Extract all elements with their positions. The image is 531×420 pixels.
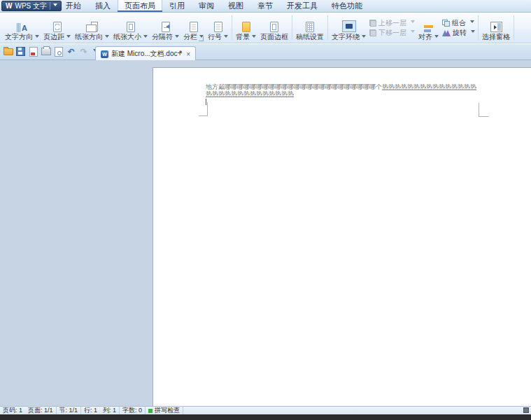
undo-icon: ↶ [67,48,74,56]
text-direction-icon: A [17,18,27,32]
line-numbers-icon [214,18,222,32]
send-backward-icon [369,29,376,36]
document-tab-title: 新建 Micro...文档.doc * [111,49,182,59]
pdf-icon [29,47,38,57]
new-tab-button[interactable]: + [174,47,185,58]
redo-icon: ↷ [80,48,87,56]
save-button[interactable] [15,46,26,57]
menu-tab-home[interactable]: 开始 [59,0,88,12]
wps-logo-icon: W [6,3,12,10]
save-icon [16,47,25,56]
quick-access-toolbar: ↶ ↷ [3,46,97,57]
export-pdf-button[interactable] [28,46,38,57]
wps-menu-button[interactable]: W WPS 文字 [1,1,62,11]
bring-forward-button[interactable]: 上移一层 [369,20,415,27]
ribbon-separator [292,15,292,40]
menu-tab-strip: 开始 插入 页面布局 引用 审阅 视图 章节 开发工具 特色功能 [59,0,369,12]
menu-tab-review[interactable]: 审阅 [192,0,221,12]
print-button[interactable] [41,46,51,57]
align-icon [424,18,433,32]
status-section[interactable]: 节: 1/1 [57,407,82,414]
align-button[interactable]: 对齐 [416,13,441,43]
margin-mark-left-vertical [207,102,208,116]
margins-button[interactable]: 页边距 [41,13,73,43]
bring-forward-icon [369,20,376,27]
rotate-icon [442,29,451,36]
document-tab-bar: ↶ ↷ W 新建 Micro...文档.doc * × + [0,44,531,60]
document-text: 地方戴哪哪哪哪哪哪哪哪哪哪哪哪哪哪哪哪哪哪哪哪哪哪哪哪个热热热热热热热热热热热热… [206,83,486,97]
breaks-icon [162,18,170,32]
ribbon: A 文字方向 页边距 纸张方向 纸张大小 分隔符 分栏 行号 背景 页面边框 [0,13,531,43]
status-page-group[interactable]: 页码: 1 页面: 1/1 [0,407,57,414]
menu-tab-special-features[interactable]: 特色功能 [325,0,369,12]
status-spellcheck[interactable]: 拼写检查 [146,407,183,414]
text-line-1: 地方戴哪哪哪哪哪哪哪哪哪哪哪哪哪哪哪哪哪哪哪哪哪哪哪哪个热热热热热热热热热热热热… [206,83,486,90]
text-wrap-icon [342,18,356,32]
layer-buttons-column: 上移一层 下移一层 [368,13,416,43]
ribbon-separator [327,15,328,40]
columns-icon [190,18,198,32]
background-icon [242,18,250,32]
open-button[interactable] [3,46,13,57]
text-wrap-button[interactable]: 文字环绕 [330,13,368,43]
paper-size-button[interactable]: 纸张大小 [111,13,150,43]
background-button[interactable]: 背景 [234,13,258,43]
undo-button[interactable]: ↶ [66,46,76,57]
group-button[interactable]: 组合 [442,20,475,27]
redo-button[interactable]: ↷ [78,46,89,57]
document-canvas[interactable]: 地方戴哪哪哪哪哪哪哪哪哪哪哪哪哪哪哪哪哪哪哪哪哪哪哪哪个热热热热热热热热热热热热… [0,60,531,406]
app-title: WPS 文字 [15,1,47,11]
dialog-launcher-icon[interactable] [199,36,204,41]
paper-size-icon [127,18,135,32]
group-icon [442,20,450,27]
send-backward-button[interactable]: 下移一层 [369,29,415,36]
status-bar: 页码: 1 页面: 1/1 节: 1/1 行: 1 列: 1 字数: 0 拼写检… [0,406,531,414]
ribbon-separator [514,15,514,40]
group-rotate-column: 组合 旋转 [441,13,476,43]
text-line-2: 热热热热热热热热热热热热热热 [206,90,486,97]
margin-mark-right-vertical [479,103,479,117]
line-numbers-button[interactable]: 行号 [206,13,230,43]
paper-orientation-icon [86,18,98,32]
selection-pane-button[interactable]: 选择窗格 [480,13,512,43]
status-word-count[interactable]: 字数: 0 [120,407,146,414]
menu-tab-references[interactable]: 引用 [162,0,192,12]
spellcheck-status-icon [148,409,153,413]
menu-tab-page-layout[interactable]: 页面布局 [118,0,162,12]
ribbon-separator [478,15,479,40]
close-tab-button[interactable]: × [186,50,190,58]
printer-icon [41,48,51,55]
grid-paper-icon [306,18,314,32]
folder-icon [3,48,13,55]
status-line-column[interactable]: 行: 1 列: 1 [81,407,120,414]
menu-tab-developer[interactable]: 开发工具 [280,0,325,12]
page[interactable]: 地方戴哪哪哪哪哪哪哪哪哪哪哪哪哪哪哪哪哪哪哪哪哪哪哪哪个热热热热热热热热热热热热… [153,67,531,406]
menu-tab-insert[interactable]: 插入 [88,0,118,12]
page-border-icon [270,18,278,32]
preview-icon [55,47,63,57]
breaks-button[interactable]: 分隔符 [150,13,181,43]
taskbar-edge [0,414,531,420]
text-cursor [206,99,206,105]
paper-orientation-button[interactable]: 纸张方向 [73,13,111,43]
page-border-button[interactable]: 页面边框 [258,13,290,43]
text-direction-button[interactable]: A 文字方向 [3,13,41,43]
rotate-button[interactable]: 旋转 [442,29,475,36]
margin-mark-right-horizontal [479,116,489,117]
divider [50,2,50,10]
selection-pane-icon [490,18,502,32]
menu-tab-view[interactable]: 视图 [221,0,250,12]
document-icon: W [101,50,108,58]
margin-mark-left-horizontal [199,115,208,116]
title-bar: W WPS 文字 开始 插入 页面布局 引用 审阅 视图 章节 开发工具 特色功… [0,0,531,13]
menu-tab-section[interactable]: 章节 [250,0,280,12]
print-preview-button[interactable] [53,46,64,57]
ribbon-separator [232,15,232,40]
chevron-down-icon [53,4,57,8]
grid-paper-setup-button[interactable]: 稿纸设置 [294,13,326,43]
statusbar-corner-icon[interactable] [523,407,529,413]
margins-icon [53,18,62,32]
